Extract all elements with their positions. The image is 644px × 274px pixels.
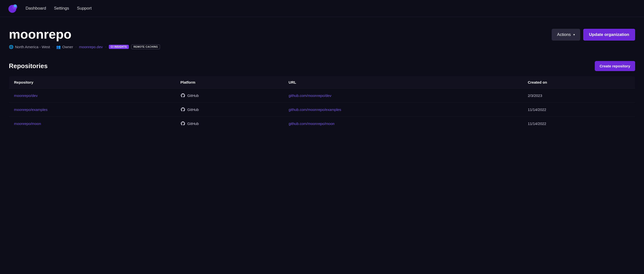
org-region: 🌐 North America - West — [9, 45, 50, 49]
main-content: moonrepo 🌐 North America - West · 👥 Owne… — [0, 17, 644, 140]
repositories-section-header: Repositories Create repository — [9, 61, 635, 71]
table-body: moonrepo/devGitHubgithub.com/moonrepo/de… — [9, 89, 635, 131]
table-row: moonrepo/devGitHubgithub.com/moonrepo/de… — [9, 89, 635, 103]
org-role: 👥 Owner — [56, 45, 73, 49]
github-icon — [180, 93, 185, 98]
platform-cell: GitHub — [180, 93, 279, 98]
repo-url-link[interactable]: github.com/moonrepo/moon — [288, 121, 334, 126]
repositories-table: Repository Platform URL Created on moonr… — [9, 76, 635, 131]
badge-ci-insights: CI INSIGHTS — [109, 45, 129, 49]
github-icon — [180, 121, 185, 126]
col-platform: Platform — [176, 76, 284, 89]
created-on-cell: 2/3/2023 — [523, 89, 635, 103]
logo-icon — [8, 3, 18, 13]
globe-icon: 🌐 — [9, 45, 14, 49]
repositories-title: Repositories — [9, 62, 48, 70]
chevron-down-icon: ▾ — [573, 33, 575, 36]
nav-settings[interactable]: Settings — [54, 6, 69, 11]
navbar: Dashboard Settings Support — [0, 0, 644, 17]
repo-url-link[interactable]: github.com/moonrepo/dev — [288, 93, 331, 98]
col-url: URL — [284, 76, 523, 89]
table-row: moonrepo/examplesGitHubgithub.com/moonre… — [9, 103, 635, 117]
platform-label: GitHub — [187, 107, 199, 112]
separator-1: · — [52, 45, 54, 49]
github-icon — [180, 107, 185, 112]
separator-2: · — [76, 45, 76, 49]
nav-links: Dashboard Settings Support — [26, 6, 92, 11]
table-header-row: Repository Platform URL Created on — [9, 76, 635, 89]
org-meta: 🌐 North America - West · 👥 Owner · moonr… — [9, 44, 160, 49]
table-header: Repository Platform URL Created on — [9, 76, 635, 89]
badge-remote-caching: REMOTE CACHING — [131, 44, 160, 49]
platform-cell: GitHub — [180, 107, 279, 112]
platform-label: GitHub — [187, 93, 199, 98]
actions-button[interactable]: Actions ▾ — [552, 29, 580, 40]
created-on-cell: 11/14/2022 — [523, 117, 635, 131]
col-repository: Repository — [9, 76, 176, 89]
org-name: moonrepo — [9, 27, 160, 41]
update-organization-button[interactable]: Update organization — [583, 29, 635, 40]
svg-point-2 — [14, 4, 17, 7]
platform-cell: GitHub — [180, 121, 279, 126]
col-created-on: Created on — [523, 76, 635, 89]
table-row: moonrepo/moonGitHubgithub.com/moonrepo/m… — [9, 117, 635, 131]
repo-name-link[interactable]: moonrepo/examples — [14, 107, 48, 112]
platform-label: GitHub — [187, 121, 199, 126]
org-actions: Actions ▾ Update organization — [552, 29, 635, 40]
repo-name-link[interactable]: moonrepo/moon — [14, 121, 41, 126]
repo-url-link[interactable]: github.com/moonrepo/examples — [288, 107, 341, 112]
org-info: moonrepo 🌐 North America - West · 👥 Owne… — [9, 27, 160, 49]
org-header: moonrepo 🌐 North America - West · 👥 Owne… — [9, 27, 635, 49]
nav-dashboard[interactable]: Dashboard — [26, 6, 46, 11]
people-icon: 👥 — [56, 45, 61, 49]
org-domain-link[interactable]: moonrepo.dev — [79, 45, 103, 49]
repo-name-link[interactable]: moonrepo/dev — [14, 93, 38, 98]
create-repository-button[interactable]: Create repository — [595, 61, 635, 71]
nav-support[interactable]: Support — [77, 6, 92, 11]
separator-3: · — [105, 45, 106, 49]
created-on-cell: 11/14/2022 — [523, 103, 635, 117]
